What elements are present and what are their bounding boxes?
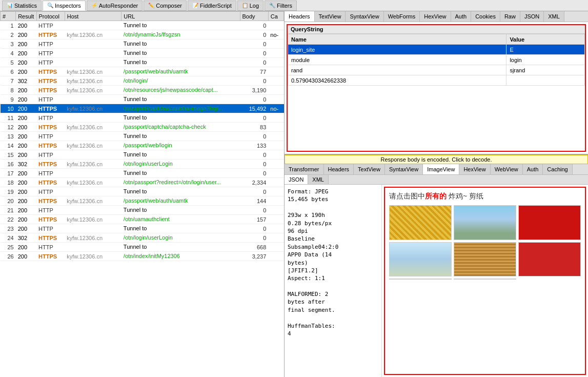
captcha-img-8[interactable] [454,279,516,280]
tab-filters[interactable]: 🔧 Filters [265,1,297,11]
captcha-img-6[interactable] [518,242,581,277]
table-row[interactable]: 3 200 HTTP Tunnel to 0 [1,39,284,49]
table-row[interactable]: 19 200 HTTP Tunnel to 0 [1,187,284,196]
cell-result: 200 [16,252,36,261]
cell-protocol: HTTPS [36,104,65,113]
cell-body: 133 [240,141,268,150]
cell-caching [268,160,283,169]
col-header-num[interactable]: # [1,12,16,21]
cell-body: 0 [240,187,268,196]
table-row[interactable]: 11 200 HTTP Tunnel to 0 [1,113,284,123]
tab-statistics[interactable]: 📊 Statistics [2,1,42,11]
col-header-result[interactable]: Result [16,12,36,21]
table-row[interactable]: 4 200 HTTP Tunnel to 0 [1,49,284,58]
tab-auth-resp[interactable]: Auth [523,164,543,174]
table-row[interactable]: 20 200 HTTPS kyfw.12306.cn /passport/web… [1,196,284,206]
table-row[interactable]: 2 200 HTTPS kyfw.12306.cn /otn/dynamicJs… [1,30,284,39]
cell-caching [268,187,283,196]
cell-protocol: HTTPS [36,215,65,224]
cell-result: 200 [16,243,36,252]
col-header-protocol[interactable]: Protocol [36,12,65,21]
col-header-body[interactable]: Body [240,12,268,21]
tab-headers-resp[interactable]: Headers [324,164,354,174]
table-row[interactable]: 14 200 HTTPS kyfw.12306.cn /passport/web… [1,141,284,150]
captcha-img-7[interactable] [389,279,452,280]
tab-inspectors[interactable]: 🔍 Inspectors [43,1,86,11]
tab-syntaxview-resp[interactable]: SyntaxView [385,164,423,174]
table-row[interactable]: 16 302 HTTPS kyfw.12306.cn /otn/login/us… [1,160,284,169]
traffic-scroll[interactable]: # Result Protocol Host URL Body Ca 1 200… [0,11,284,377]
table-row[interactable]: 12 200 HTTPS kyfw.12306.cn /passport/cap… [1,123,284,132]
cell-num: 17 [1,169,16,178]
captcha-img-1[interactable] [389,205,452,240]
list-item[interactable]: 0.5790430342662338 [288,75,585,86]
table-row[interactable]: 5 200 HTTP Tunnel to 0 [1,58,284,67]
cell-protocol: HTTP [36,206,65,215]
cell-result: 200 [16,21,36,30]
tab-hexview-resp[interactable]: HexView [459,164,490,174]
tab-webview[interactable]: WebView [491,164,523,174]
table-row[interactable]: 8 200 HTTPS kyfw.12306.cn /otn/resources… [1,86,284,95]
captcha-img-2[interactable] [454,205,516,240]
tab-json-req[interactable]: JSON [520,11,544,22]
table-row[interactable]: 13 200 HTTP Tunnel to 0 [1,132,284,141]
cell-caching [268,178,283,187]
captcha-img-3[interactable] [518,205,581,240]
autoresponder-icon: ⚡ [91,3,97,8]
subpanel-tabs: JSON XML [285,175,588,185]
tab-textview-req[interactable]: TextView [315,11,346,22]
tab-cookies[interactable]: Cookies [471,11,500,22]
encoded-bar[interactable]: Response body is encoded. Click to decod… [285,155,588,164]
tab-composer[interactable]: ✏️ Composer [144,1,187,11]
table-row[interactable]: 22 200 HTTPS kyfw.12306.cn /otn/uamauthc… [1,215,284,224]
table-row[interactable]: 17 200 HTTP Tunnel to 0 [1,169,284,178]
tab-headers[interactable]: Headers [285,11,315,22]
tab-autoresponder[interactable]: ⚡ AutoResponder [87,1,143,11]
list-item[interactable]: rand sjrand [288,65,585,75]
tab-textview-resp[interactable]: TextView [354,164,385,174]
cell-url: Tunnel to [121,95,240,104]
table-row[interactable]: 21 200 HTTP Tunnel to 0 [1,206,284,215]
tab-hexview-req[interactable]: HexView [420,11,451,22]
table-row[interactable]: 24 302 HTTPS kyfw.12306.cn /otn/login/us… [1,233,284,243]
cell-body: 2,334 [240,178,268,187]
table-row[interactable]: 23 200 HTTP Tunnel to 0 [1,224,284,233]
tab-raw-req[interactable]: Raw [500,11,520,22]
captcha-img-4[interactable] [389,242,452,277]
tab-auth-req[interactable]: Auth [451,11,472,22]
tab-xml-req[interactable]: XML [544,11,564,22]
cell-result: 200 [16,224,36,233]
col-header-host[interactable]: Host [65,12,121,21]
list-item[interactable]: login_site E [288,45,585,55]
col-header-url[interactable]: URL [121,12,240,21]
table-row[interactable]: 10 200 HTTPS kyfw.12306.cn /passport/cap… [1,104,284,113]
cell-num: 23 [1,224,16,233]
captcha-img-5[interactable] [454,242,516,277]
table-row[interactable]: 7 302 HTTPS kyfw.12306.cn /otn/login/ 0 [1,76,284,86]
tab-syntaxview-req[interactable]: SyntaxView [346,11,383,22]
table-row[interactable]: 18 200 HTTPS kyfw.12306.cn /otn/passport… [1,178,284,187]
tab-webforms[interactable]: WebForms [384,11,420,22]
table-row[interactable]: 15 200 HTTP Tunnel to 0 [1,150,284,160]
cell-caching [268,233,283,243]
table-row[interactable]: 9 200 HTTP Tunnel to 0 [1,95,284,104]
cell-host: kyfw.12306.cn [65,252,121,261]
table-row[interactable]: 6 200 HTTPS kyfw.12306.cn /passport/web/… [1,67,284,76]
cell-caching [268,252,283,261]
table-row[interactable]: 25 200 HTTP Tunnel to 668 [1,243,284,252]
subtab-xml[interactable]: XML [308,175,329,184]
list-item[interactable]: module login [288,55,585,65]
cell-num: 5 [1,58,16,67]
tab-fiddlerscript[interactable]: 📝 FiddlerScript [188,1,236,11]
tab-log[interactable]: 📋 Log [237,1,263,11]
cell-host: kyfw.12306.cn [65,76,121,86]
table-row[interactable]: 1 200 HTTP Tunnel to 0 [1,21,284,30]
col-header-caching[interactable]: Ca [268,12,283,21]
subtab-json[interactable]: JSON [285,175,308,184]
cell-caching [268,196,283,206]
table-row[interactable]: 26 200 HTTPS kyfw.12306.cn /otn/index/in… [1,252,284,261]
cell-host [65,49,121,58]
tab-transformer[interactable]: Transformer [285,164,324,174]
tab-imageview[interactable]: ImageView [423,164,459,174]
tab-caching[interactable]: Caching [543,164,572,174]
